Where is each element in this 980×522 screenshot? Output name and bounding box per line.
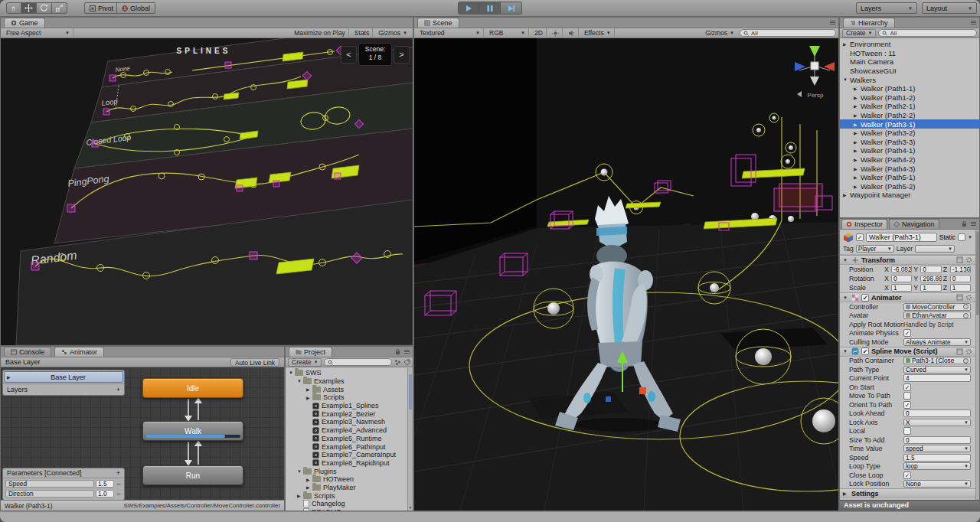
gear-icon[interactable]: [965, 348, 972, 355]
hierarchy-search-input[interactable]: All: [878, 29, 977, 37]
project-item[interactable]: Changelog: [286, 500, 413, 508]
project-item[interactable]: Example5_Runtime: [286, 435, 413, 443]
static-dropdown-icon[interactable]: ▼: [968, 235, 972, 240]
lock-position-dropdown[interactable]: None▼: [903, 480, 971, 488]
parameter-name[interactable]: Direction: [5, 490, 94, 498]
audio-toggle-button[interactable]: [565, 28, 579, 38]
controller-object-field[interactable]: MoveController: [903, 303, 971, 311]
lock-axis-dropdown[interactable]: X▼: [903, 419, 971, 426]
rotation-x-field[interactable]: 0: [891, 275, 912, 282]
project-item[interactable]: ▶ HOTween: [286, 475, 413, 484]
panel-menu-icon[interactable]: [403, 348, 410, 355]
tab-hierarchy[interactable]: Hierarchy: [843, 18, 895, 28]
render-mode-dropdown[interactable]: RGB▼: [486, 28, 529, 38]
state-run[interactable]: Run: [142, 465, 243, 485]
project-item[interactable]: ▶ PlayMaker: [286, 484, 413, 492]
local-checkbox[interactable]: [903, 427, 911, 435]
maximize-on-play-button[interactable]: Maximize on Play: [291, 28, 349, 38]
hierarchy-item[interactable]: ShowcaseGUI: [840, 67, 979, 76]
hierarchy-item[interactable]: ▶ Environment: [840, 40, 979, 49]
expand-arrow-icon[interactable]: ▶: [5, 374, 14, 380]
project-item[interactable]: Example8_RapidInput: [286, 459, 413, 468]
hierarchy-item[interactable]: ▶ Walker (Path3-2): [840, 129, 979, 138]
expand-arrow-icon[interactable]: ▶: [843, 41, 850, 47]
auto-live-link-button[interactable]: Auto Live Link: [230, 358, 279, 367]
hierarchy-item[interactable]: ▶ Walker (Path1-2): [840, 93, 979, 103]
scene-gizmos-dropdown[interactable]: Gizmos▼: [702, 28, 737, 38]
transform-header[interactable]: ▼ Transform: [840, 255, 975, 265]
project-scrollbar[interactable]: ▼: [407, 368, 413, 511]
toggle-2d-button[interactable]: 2D: [531, 28, 547, 38]
expand-arrow-icon[interactable]: ▶: [306, 387, 312, 392]
parameter-value-field[interactable]: 1.0: [96, 490, 114, 498]
effects-dropdown[interactable]: Effects▼: [581, 28, 615, 38]
tab-inspector[interactable]: Inspector: [841, 219, 887, 229]
remove-parameter-button[interactable]: –: [116, 480, 122, 488]
expand-arrow-icon[interactable]: ▼: [843, 77, 850, 82]
step-button[interactable]: [501, 2, 522, 15]
tab-animator[interactable]: Animator: [54, 347, 104, 357]
expand-arrow-icon[interactable]: ▶: [854, 175, 861, 180]
gear-icon[interactable]: [965, 294, 972, 301]
project-item[interactable]: Example2_Bezier: [286, 409, 413, 418]
game-gizmos-dropdown[interactable]: Gizmos▼: [375, 28, 410, 38]
rotation-z-field[interactable]: 0: [950, 275, 971, 282]
tag-dropdown[interactable]: Player▼: [856, 245, 894, 253]
project-item[interactable]: Example1_Splines: [286, 402, 413, 410]
static-checkbox[interactable]: [958, 233, 965, 241]
scale-tool-button[interactable]: [52, 2, 67, 14]
move-to-path-checkbox[interactable]: [903, 392, 911, 400]
expand-arrow-icon[interactable]: ▶: [854, 166, 861, 171]
position-y-field[interactable]: 0: [920, 266, 941, 273]
project-item[interactable]: Example6_PathInput: [286, 442, 413, 451]
layout-dropdown[interactable]: Layout▼: [922, 2, 977, 14]
parameter-value-field[interactable]: 1.5: [96, 480, 114, 488]
state-walk[interactable]: Walk: [142, 421, 243, 441]
project-item[interactable]: ▶ Scripts: [286, 393, 413, 402]
avatar-object-field[interactable]: EthanAvatar: [903, 312, 971, 319]
expand-arrow-icon[interactable]: ▼: [297, 379, 303, 383]
expand-arrow-icon[interactable]: ▶: [854, 130, 861, 135]
gear-icon[interactable]: [965, 256, 972, 263]
reference-book-icon[interactable]: [956, 256, 963, 263]
scroll-down-arrow-icon[interactable]: ▼: [408, 505, 413, 510]
time-value-dropdown[interactable]: speed▼: [903, 445, 971, 452]
reference-book-icon[interactable]: [956, 294, 963, 301]
project-item[interactable]: ▼ Examples: [286, 377, 413, 386]
scale-z-field[interactable]: 1: [950, 284, 971, 292]
game-viewport[interactable]: None Loop Closed Loop PingPong Random: [1, 38, 413, 345]
project-item[interactable]: Example7_CameraInput: [286, 451, 413, 459]
hierarchy-item[interactable]: HOTween : 11: [840, 49, 979, 58]
reference-book-icon[interactable]: [956, 348, 963, 355]
hierarchy-item[interactable]: ▶ Walker (Path3-1): [840, 119, 979, 129]
state-idle[interactable]: Idle: [142, 378, 243, 398]
tab-game[interactable]: Game: [4, 18, 45, 28]
expand-arrow-icon[interactable]: ▶: [854, 113, 861, 118]
fold-arrow-icon[interactable]: ▼: [843, 349, 849, 354]
parameter-name[interactable]: Speed: [5, 480, 94, 488]
scale-y-field[interactable]: 1: [920, 284, 941, 292]
layer-dropdown[interactable]: ▼: [915, 245, 955, 253]
fold-arrow-icon[interactable]: ▶: [843, 491, 849, 496]
lock-icon[interactable]: [394, 348, 401, 355]
scrollbar-thumb[interactable]: [409, 374, 412, 409]
expand-arrow-icon[interactable]: ▶: [854, 95, 861, 100]
prev-scene-button[interactable]: <: [341, 46, 357, 64]
look-ahead-field[interactable]: 0: [903, 409, 971, 417]
expand-arrow-icon[interactable]: ▶: [306, 395, 312, 400]
path-type-dropdown[interactable]: Curved▼: [903, 366, 971, 374]
scale-x-field[interactable]: 1: [891, 284, 912, 292]
expand-arrow-icon[interactable]: ▶: [854, 86, 861, 91]
position-x-field[interactable]: -6.082: [891, 266, 912, 273]
move-tool-button[interactable]: [21, 2, 37, 14]
search-by-label-icon[interactable]: [403, 359, 410, 366]
object-picker-icon[interactable]: [963, 304, 969, 309]
hierarchy-item[interactable]: ▶ Walker (Path4-2): [840, 155, 979, 165]
add-layer-button[interactable]: +: [116, 386, 120, 393]
hierarchy-item[interactable]: ▶ Walker (Path4-3): [840, 164, 979, 173]
hierarchy-create-button[interactable]: Create▼: [842, 29, 876, 38]
expand-arrow-icon[interactable]: ▶: [854, 157, 861, 162]
project-item[interactable]: ▶ Scripts: [286, 491, 413, 500]
hierarchy-item[interactable]: ▶ Walker (Path2-2): [840, 111, 979, 120]
expand-arrow-icon[interactable]: ▶: [854, 148, 861, 153]
